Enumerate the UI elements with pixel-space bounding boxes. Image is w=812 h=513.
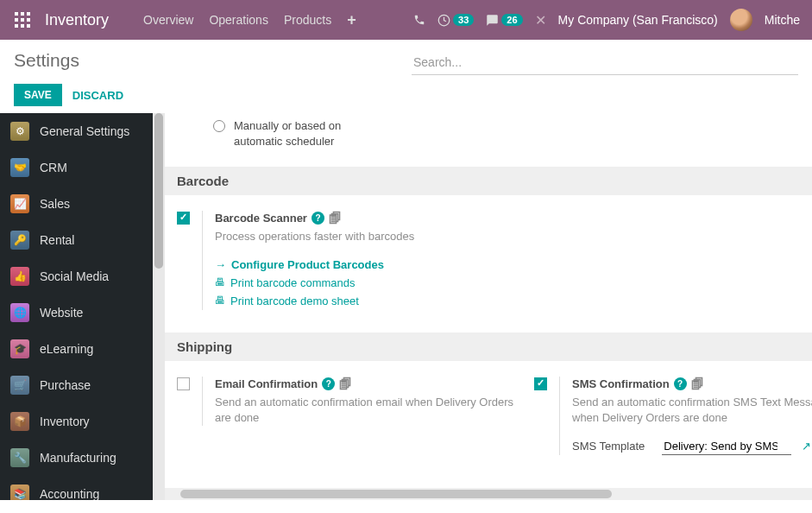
avatar[interactable]: [730, 9, 752, 31]
phone-icon[interactable]: [413, 14, 425, 26]
section-header-shipping: Shipping: [165, 332, 812, 361]
setting-title-barcode: Barcode Scanner: [215, 212, 307, 225]
checkbox-email-confirmation[interactable]: [177, 377, 190, 390]
help-icon[interactable]: ?: [312, 212, 324, 225]
svg-rect-8: [27, 24, 30, 28]
globe-icon: 🌐: [10, 303, 29, 322]
sidebar-item-label: Website: [40, 306, 83, 320]
sidebar-item-sales[interactable]: 📈Sales: [0, 186, 153, 222]
horizontal-scrollbar[interactable]: [165, 488, 812, 500]
plus-icon[interactable]: +: [347, 11, 356, 29]
topbar: Inventory Overview Operations Products +…: [0, 0, 812, 40]
sidebar-item-general-settings[interactable]: ⚙General Settings: [0, 113, 153, 149]
link-print-barcode-demo[interactable]: 🖶Print barcode demo sheet: [215, 292, 522, 310]
close-icon[interactable]: ✕: [535, 12, 546, 28]
sms-template-select[interactable]: [662, 438, 791, 455]
nav-products[interactable]: Products: [284, 13, 331, 27]
discard-button[interactable]: DISCARD: [72, 89, 123, 102]
thumbs-up-icon: 👍: [10, 267, 29, 286]
graduation-icon: 🎓: [10, 339, 29, 358]
sidebar-item-manufacturing[interactable]: 🔧Manufacturing: [0, 440, 153, 476]
svg-rect-5: [27, 18, 30, 22]
doc-icon[interactable]: 🗐: [329, 211, 342, 225]
user-menu[interactable]: Mitche: [765, 13, 800, 27]
boxes-icon: 📦: [10, 412, 29, 431]
app-title[interactable]: Inventory: [45, 11, 109, 29]
setting-desc-sms: Send an automatic confirmation SMS Text …: [572, 395, 812, 426]
messages-button[interactable]: 26: [486, 14, 522, 27]
help-icon[interactable]: ?: [322, 377, 335, 390]
svg-rect-3: [15, 18, 18, 22]
print-icon: 🖶: [215, 294, 225, 307]
svg-rect-4: [21, 18, 24, 22]
sidebar-scrollbar[interactable]: [153, 113, 165, 500]
doc-icon[interactable]: 🗐: [691, 377, 704, 391]
wrench-icon: 🔧: [10, 448, 29, 467]
checkbox-sms-confirmation[interactable]: [534, 377, 547, 390]
scrollbar-thumb[interactable]: [180, 490, 612, 498]
sidebar-item-purchase[interactable]: 🛒Purchase: [0, 367, 153, 403]
key-icon: 🔑: [10, 231, 29, 250]
sidebar-item-label: Purchase: [40, 378, 91, 392]
sidebar-item-label: Accounting: [40, 487, 99, 500]
section-header-barcode: Barcode: [165, 167, 812, 195]
svg-rect-1: [21, 12, 24, 16]
sidebar-item-label: Inventory: [40, 415, 90, 428]
cart-icon: 🛒: [10, 376, 29, 395]
nav-operations[interactable]: Operations: [209, 13, 268, 27]
company-selector[interactable]: My Company (San Francisco): [558, 13, 718, 27]
clock-icon: [437, 14, 450, 27]
search-input[interactable]: [412, 50, 798, 75]
print-icon: 🖶: [215, 276, 225, 288]
apps-menu-button[interactable]: [7, 4, 38, 35]
svg-rect-6: [15, 24, 18, 28]
sidebar-item-label: Social Media: [40, 269, 109, 283]
subheader: Settings: [0, 40, 812, 84]
sidebar-item-elearning[interactable]: 🎓eLearning: [0, 331, 153, 367]
handshake-icon: 🤝: [10, 158, 29, 177]
sidebar-item-label: Rental: [40, 233, 74, 247]
sidebar-item-social-media[interactable]: 👍Social Media: [0, 258, 153, 294]
actions-row: SAVE DISCARD: [0, 84, 812, 113]
sidebar-item-label: eLearning: [40, 342, 93, 356]
chart-icon: 📈: [10, 194, 29, 213]
apps-grid-icon: [15, 12, 30, 28]
sidebar-item-accounting[interactable]: 📚Accounting: [0, 476, 153, 500]
gear-icon: ⚙: [10, 122, 29, 141]
setting-title-sms: SMS Confirmation: [572, 377, 670, 390]
activity-button[interactable]: 33: [437, 14, 474, 27]
svg-rect-2: [27, 12, 30, 16]
sms-template-label: SMS Template: [572, 440, 645, 453]
sidebar-item-label: CRM: [40, 161, 67, 174]
save-button[interactable]: SAVE: [14, 84, 62, 106]
checkbox-barcode-scanner[interactable]: [177, 212, 190, 225]
sidebar-item-label: Manufacturing: [40, 451, 116, 465]
sidebar-item-label: Sales: [40, 197, 70, 211]
settings-sidebar: ⚙General Settings 🤝CRM 📈Sales 🔑Rental 👍S…: [0, 113, 153, 500]
sidebar-item-inventory[interactable]: 📦Inventory: [0, 403, 153, 440]
link-print-barcode-commands[interactable]: 🖶Print barcode commands: [215, 274, 522, 292]
doc-icon[interactable]: 🗐: [339, 377, 352, 391]
scheduler-option-row: Manually or based on automatic scheduler: [165, 113, 812, 167]
sidebar-item-website[interactable]: 🌐Website: [0, 294, 153, 331]
svg-rect-7: [21, 24, 24, 28]
page-title: Settings: [14, 50, 79, 71]
help-icon[interactable]: ?: [674, 377, 687, 390]
radio-manual-scheduler[interactable]: [213, 120, 225, 132]
activity-badge: 33: [453, 14, 474, 26]
external-link-icon[interactable]: ↗: [802, 440, 811, 453]
sidebar-item-crm[interactable]: 🤝CRM: [0, 149, 153, 186]
nav-overview[interactable]: Overview: [143, 13, 193, 27]
arrow-right-icon: →: [215, 258, 226, 271]
svg-rect-0: [15, 12, 18, 16]
sidebar-item-rental[interactable]: 🔑Rental: [0, 222, 153, 258]
sidebar-item-label: General Settings: [40, 124, 129, 138]
setting-desc-barcode: Process operations faster with barcodes: [215, 229, 522, 244]
setting-title-email: Email Confirmation: [215, 377, 318, 390]
topbar-right: 33 26 ✕ My Company (San Francisco) Mitch…: [413, 9, 805, 31]
link-configure-barcodes[interactable]: →Configure Product Barcodes: [215, 256, 522, 274]
scrollbar-thumb[interactable]: [154, 113, 163, 269]
messages-badge: 26: [501, 14, 522, 26]
settings-main: Manually or based on automatic scheduler…: [165, 113, 812, 500]
top-nav: Overview Operations Products +: [143, 11, 356, 29]
